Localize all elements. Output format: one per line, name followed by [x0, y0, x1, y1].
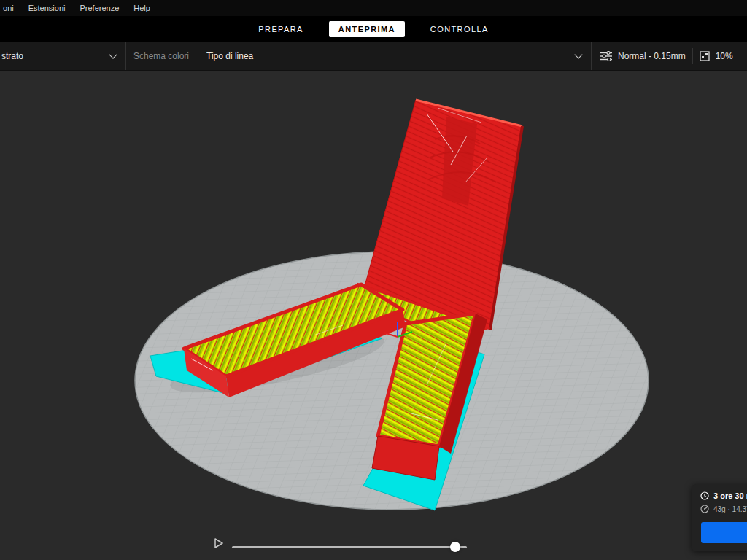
layer-view-dropdown[interactable]: strato: [0, 42, 126, 70]
viewport-3d[interactable]: [0, 70, 747, 560]
menu-item-preferenze[interactable]: Preferenze: [78, 4, 120, 12]
play-button[interactable]: [213, 537, 225, 549]
scene-canvas[interactable]: [0, 70, 747, 560]
application-window: oni Estensioni Preferenze Help PREPARA A…: [0, 0, 747, 560]
preview-toolbar: strato Schema colori Tipo di linea Norma…: [0, 42, 747, 71]
playback-slider-track[interactable]: [232, 546, 467, 548]
toolbar-divider: [740, 48, 740, 64]
chevron-down-icon: [574, 50, 582, 58]
print-summary-panel: 3 ore 30 m 43g · 14.37: [692, 484, 747, 551]
play-icon: [213, 537, 225, 549]
infill-value: 10%: [716, 51, 733, 61]
profile-value: Normal - 0.15mm: [618, 51, 686, 61]
print-setup-summary[interactable]: Normal - 0.15mm 10% D: [592, 42, 747, 70]
color-scheme-label: Schema colori: [133, 51, 189, 61]
color-scheme-dropdown[interactable]: Schema colori Tipo di linea: [126, 42, 592, 70]
print-time-value: 3 ore 30 m: [713, 491, 747, 500]
menu-bar: oni Estensioni Preferenze Help: [0, 0, 747, 16]
clock-icon: [700, 491, 709, 500]
menu-item-impostazioni[interactable]: oni: [1, 4, 15, 12]
tab-anteprima[interactable]: ANTEPRIMA: [329, 21, 405, 37]
tune-sliders-icon: [600, 51, 612, 61]
playback-slider-handle[interactable]: [450, 542, 460, 552]
toolbar-divider: [692, 48, 693, 64]
tab-controlla[interactable]: CONTROLLA: [421, 21, 498, 37]
print-time-row: 3 ore 30 m: [700, 491, 747, 500]
menu-item-estensioni[interactable]: Estensioni: [27, 4, 67, 12]
stage-bar: PREPARA ANTEPRIMA CONTROLLA: [0, 16, 747, 42]
chevron-down-icon: [109, 50, 117, 58]
layer-view-value: strato: [1, 51, 23, 61]
save-to-file-button[interactable]: [701, 522, 747, 543]
menu-item-help[interactable]: Help: [132, 4, 152, 12]
color-scheme-value: Tipo di linea: [206, 51, 253, 61]
tab-prepara[interactable]: PREPARA: [249, 21, 313, 37]
material-usage-row: 43g · 14.37: [700, 505, 747, 513]
material-usage-value: 43g · 14.37: [713, 505, 747, 513]
spool-icon: [700, 505, 709, 513]
infill-grid-icon: [700, 51, 710, 61]
